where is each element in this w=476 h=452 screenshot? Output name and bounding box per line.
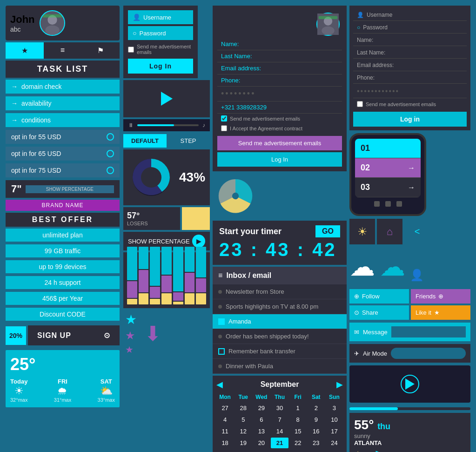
cal-day[interactable]: 29 — [289, 449, 307, 452]
icon-bar-star[interactable]: ★ — [6, 42, 44, 59]
cal-day[interactable]: 9 — [308, 414, 325, 425]
cal-day[interactable]: 6 — [253, 414, 270, 425]
inbox-item-5[interactable]: Remember bank transfer — [213, 344, 347, 359]
play-circle-btn[interactable] — [401, 375, 419, 393]
cal-day[interactable]: 10 — [326, 414, 343, 425]
brand-name-btn[interactable]: BRAND NAME — [6, 200, 120, 211]
star-icon-2[interactable]: ★ — [125, 329, 137, 342]
location-nav-icon[interactable]: ⚑ — [374, 449, 382, 452]
task-conditions[interactable]: → conditions — [6, 113, 120, 127]
ctrl-dot-2[interactable] — [385, 201, 391, 207]
cal-day[interactable]: 28 — [235, 403, 252, 413]
air-mode-toggle[interactable] — [391, 348, 466, 359]
follow-button[interactable]: ⊕ Follow — [349, 289, 409, 304]
ctrl-dot-1[interactable] — [374, 201, 380, 207]
opt-75[interactable]: opt in for 75 USD — [6, 163, 120, 177]
cal-day[interactable]: 17 — [326, 426, 343, 437]
cal-day[interactable]: 27 — [253, 449, 270, 452]
login-button-3[interactable]: Log in — [353, 112, 467, 127]
cal-day[interactable]: 23 — [308, 438, 325, 448]
cal-day[interactable]: 25 — [216, 449, 234, 452]
phone-item-01[interactable]: 01 — [355, 139, 421, 158]
cal-day[interactable]: 15 — [289, 426, 307, 437]
cal-day[interactable]: 14 — [271, 426, 288, 437]
pause-icon[interactable]: ⏸ — [128, 122, 134, 128]
cal-day[interactable]: 18 — [216, 438, 234, 448]
inbox-item-3[interactable]: Amanda — [213, 314, 347, 329]
radio-55[interactable] — [107, 133, 114, 141]
cal-day[interactable]: 22 — [289, 438, 307, 448]
back-widget-btn[interactable]: < — [404, 219, 430, 244]
share-button[interactable]: ⊙ Share — [349, 305, 409, 320]
accept-checkbox[interactable] — [221, 125, 227, 131]
password-field[interactable]: ○ Password — [128, 26, 193, 40]
sun-widget-btn[interactable]: ☀ — [349, 219, 375, 244]
opt-55[interactable]: opt in for 55 USD — [6, 130, 120, 144]
cal-day[interactable]: 12 — [235, 426, 252, 437]
cal-day[interactable]: 5 — [235, 414, 252, 425]
progress-bar[interactable] — [137, 124, 199, 126]
icon-bar-location[interactable]: ⚑ — [81, 42, 120, 59]
send-checkbox[interactable] — [221, 115, 227, 121]
inbox-item-4[interactable]: Order has been shipped today! — [213, 329, 347, 344]
bar-next-btn[interactable]: ▶ — [192, 235, 205, 248]
download-icon[interactable]: ⬇ — [144, 322, 161, 345]
signup-button[interactable]: SIGN UP ⊙ — [28, 325, 120, 345]
ctrl-dot-3[interactable] — [396, 201, 402, 207]
cal-day[interactable]: 24 — [326, 438, 343, 448]
volume-icon[interactable]: ♪ — [202, 122, 205, 128]
inbox-checkbox[interactable] — [218, 348, 225, 355]
message-input[interactable] — [391, 326, 466, 337]
cal-day-today[interactable]: 21 — [271, 438, 288, 448]
cal-day[interactable]: 29 — [253, 403, 270, 413]
inbox-item-2[interactable]: Sports highlights on TV at 8.00 pm — [213, 299, 347, 314]
cal-day[interactable]: 1 — [289, 403, 307, 413]
cal-day[interactable]: 4 — [216, 414, 234, 425]
friends-button[interactable]: Friends ⊕ — [411, 289, 470, 304]
cal-prev-btn[interactable]: ◀ — [216, 379, 223, 390]
cal-day[interactable]: 20 — [253, 438, 270, 448]
cal-day[interactable]: 16 — [308, 426, 325, 437]
star-nav-icon[interactable]: ★ — [354, 449, 362, 452]
task-availability[interactable]: → availability — [6, 96, 120, 110]
like-button[interactable]: Like it ★ — [411, 305, 470, 320]
show-percentage-btn[interactable]: SHOW PERCENTAGE — [26, 185, 114, 193]
go-button[interactable]: GO — [315, 225, 340, 237]
inbox-item-1[interactable]: Newsletter from Store — [213, 284, 347, 299]
cal-day[interactable]: 27 — [216, 403, 234, 413]
advert-checkbox[interactable] — [128, 47, 134, 53]
lf3-checkbox[interactable] — [357, 101, 363, 107]
task-domain-check[interactable]: → domain check — [6, 80, 120, 94]
cal-day[interactable]: 28 — [271, 449, 288, 452]
cal-day[interactable]: 26 — [235, 449, 252, 452]
radio-75[interactable] — [107, 167, 114, 174]
cal-day[interactable]: 30 — [308, 449, 325, 452]
login-button-2[interactable]: Log In — [217, 152, 342, 167]
cal-day[interactable]: 8 — [289, 414, 307, 425]
icon-bar-menu[interactable]: ≡ — [44, 42, 82, 59]
cal-day[interactable]: 11 — [216, 426, 234, 437]
cal-day[interactable]: 7 — [271, 414, 288, 425]
video-player[interactable] — [123, 80, 210, 117]
inbox-checkbox[interactable] — [218, 318, 225, 325]
video-widget-2[interactable] — [349, 365, 470, 403]
login-button-1[interactable]: Log In — [128, 59, 193, 74]
cal-day[interactable]: 13 — [253, 426, 270, 437]
inbox-item-6[interactable]: Dinner with Paula — [213, 359, 347, 374]
cal-day[interactable]: 30 — [271, 403, 288, 413]
cal-day[interactable]: 3 — [326, 403, 343, 413]
cal-day[interactable]: 2 — [308, 403, 325, 413]
phone-item-02[interactable]: 02 → — [355, 158, 421, 178]
default-button[interactable]: DEFAULT — [123, 134, 167, 148]
menu-nav-icon[interactable]: ≡ — [365, 449, 370, 452]
radio-65[interactable] — [107, 150, 114, 157]
phone-item-03[interactable]: 03 → — [355, 178, 421, 197]
home-widget-btn[interactable]: ⌂ — [377, 219, 402, 244]
opt-65[interactable]: opt in for 65 USD — [6, 147, 120, 161]
step-button[interactable]: STEP — [167, 134, 210, 148]
cal-next-btn[interactable]: ▶ — [336, 379, 343, 390]
username-field[interactable]: 👤 Username — [128, 10, 193, 24]
cal-day[interactable]: 19 — [235, 438, 252, 448]
cal-day[interactable]: 31 — [326, 449, 343, 452]
play-icon[interactable] — [161, 92, 173, 106]
